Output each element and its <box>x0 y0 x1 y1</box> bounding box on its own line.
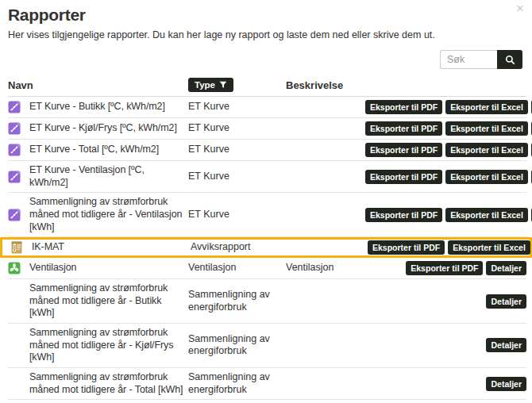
report-actions: Eksporter til PDFEksporter til ExcelDeta… <box>365 100 532 114</box>
funnel-icon <box>219 81 227 89</box>
table-header: Navn Type Beskrivelse <box>8 76 526 97</box>
report-type: ET Kurve <box>188 144 286 156</box>
report-type: ET Kurve <box>188 171 286 183</box>
table-row: Sammenligning av strømforbruk måned mot … <box>8 400 526 403</box>
report-actions: Eksporter til PDFEksporter til ExcelDeta… <box>365 121 532 136</box>
column-header-beskrivelse[interactable]: Beskrivelse <box>286 79 526 91</box>
export-pdf-button[interactable]: Eksporter til PDF <box>365 170 442 184</box>
report-actions: Eksporter til PDFDetaljer <box>365 261 526 275</box>
magnifier-icon <box>505 55 515 65</box>
details-button[interactable]: Detaljer <box>486 338 526 352</box>
report-actions: Eksporter til PDFEksporter til ExcelDeta… <box>365 208 532 222</box>
export-pdf-button[interactable]: Eksporter til PDF <box>365 208 442 222</box>
report-name: ET Kurve - Kjøl/Frys [ºC, kWh/m2] <box>29 122 188 135</box>
report-actions: Detaljer <box>365 338 526 352</box>
table-row: IK-MAT Avviksrapport Eksporter til PDFEk… <box>0 237 532 258</box>
search-bar <box>0 40 532 76</box>
report-actions: Eksporter til PDFEksporter til ExcelDeta… <box>365 170 532 184</box>
report-type: ET Kurve <box>188 209 286 221</box>
ventilation-icon <box>8 262 29 274</box>
report-name: Sammenligning av strømforbruk måned mot … <box>29 282 188 320</box>
table-row: ET Kurve - Butikk [ºC, kWh/m2] ET Kurve … <box>8 97 526 118</box>
report-name: IK-MAT <box>32 241 191 254</box>
export-pdf-button[interactable]: Eksporter til PDF <box>365 121 442 136</box>
close-icon[interactable]: × <box>516 2 524 15</box>
report-type: Sammenligning av energiforbruk <box>188 289 286 313</box>
export-excel-button[interactable]: Eksporter til Excel <box>445 100 528 114</box>
modal-description: Her vises tilgjengelige rapporter. Du ka… <box>8 29 522 40</box>
reports-modal: × Rapporter Her vises tilgjengelige rapp… <box>0 0 532 403</box>
search-button[interactable] <box>497 50 522 69</box>
export-excel-button[interactable]: Eksporter til Excel <box>445 121 528 136</box>
chart-icon <box>8 122 29 135</box>
report-actions: Eksporter til PDFEksporter til ExcelDeta… <box>365 143 532 157</box>
report-type: Sammenligning av energiforbruk <box>188 371 286 396</box>
report-actions: Eksporter til PDFEksporter til ExcelDeta… <box>368 240 532 255</box>
report-type: Avviksrapport <box>191 241 288 254</box>
report-type: ET Kurve <box>188 101 286 113</box>
export-pdf-button[interactable]: Eksporter til PDF <box>365 100 442 114</box>
chart-icon <box>8 101 29 113</box>
export-excel-button[interactable]: Eksporter til Excel <box>445 170 528 184</box>
table-row: Ventilasjon Ventilasjon Ventilasjon Eksp… <box>8 258 526 279</box>
report-type: ET Kurve <box>188 122 286 135</box>
chart-icon <box>8 144 29 156</box>
column-header-navn[interactable]: Navn <box>8 79 188 91</box>
column-header-type: Type <box>188 78 286 92</box>
report-name: ET Kurve - Ventilasjon [ºC, kWh/m2] <box>29 164 188 189</box>
report-name: ET Kurve - Total [ºC, kWh/m2] <box>29 144 188 156</box>
report-actions: Detaljer <box>365 377 526 391</box>
export-pdf-button[interactable]: Eksporter til PDF <box>365 143 442 157</box>
export-pdf-button[interactable]: Eksporter til PDF <box>406 261 483 275</box>
ik-mat-icon <box>10 241 32 254</box>
export-excel-button[interactable]: Eksporter til Excel <box>448 240 530 255</box>
report-name: ET Kurve - Butikk [ºC, kWh/m2] <box>29 101 188 113</box>
report-description: Ventilasjon <box>286 262 365 274</box>
report-name: Ventilasjon <box>29 262 188 274</box>
table-row: Sammenligning av strømforbruk måned mot … <box>8 368 526 400</box>
table-row: Sammenligning av strømforbruk måned mot … <box>8 193 526 237</box>
report-actions: Detaljer <box>365 294 526 309</box>
search-input[interactable] <box>440 50 497 69</box>
page-title: Rapporter <box>8 6 522 25</box>
report-table-body: ET Kurve - Butikk [ºC, kWh/m2] ET Kurve … <box>8 97 526 403</box>
table-row: Sammenligning av strømforbruk måned mot … <box>8 279 526 324</box>
export-pdf-button[interactable]: Eksporter til PDF <box>368 240 445 255</box>
table-row: ET Kurve - Total [ºC, kWh/m2] ET Kurve E… <box>8 140 526 161</box>
table-row: ET Kurve - Kjøl/Frys [ºC, kWh/m2] ET Kur… <box>8 118 526 140</box>
type-filter-label: Type <box>195 80 215 90</box>
chart-icon <box>8 171 29 183</box>
type-filter-button[interactable]: Type <box>188 78 233 92</box>
export-excel-button[interactable]: Eksporter til Excel <box>445 143 528 157</box>
report-type: Ventilasjon <box>188 262 286 274</box>
reports-table: Navn Type Beskrivelse ET Kurve - Butikk … <box>0 76 532 403</box>
export-excel-button[interactable]: Eksporter til Excel <box>445 208 528 222</box>
details-button[interactable]: Detaljer <box>486 261 526 275</box>
table-row: ET Kurve - Ventilasjon [ºC, kWh/m2] ET K… <box>8 161 526 193</box>
report-type: Sammenligning av energiforbruk <box>188 333 286 358</box>
details-button[interactable]: Detaljer <box>486 294 526 309</box>
report-name: Sammenligning av strømforbruk måned mot … <box>29 196 188 233</box>
details-button[interactable]: Detaljer <box>486 377 526 391</box>
report-name: Sammenligning av strømforbruk måned mot … <box>29 327 188 364</box>
modal-header: Rapporter Her vises tilgjengelige rappor… <box>0 0 532 40</box>
report-name: Sammenligning av strømforbruk måned mot … <box>29 371 188 396</box>
chart-icon <box>8 209 29 221</box>
table-row: Sammenligning av strømforbruk måned mot … <box>8 324 526 368</box>
